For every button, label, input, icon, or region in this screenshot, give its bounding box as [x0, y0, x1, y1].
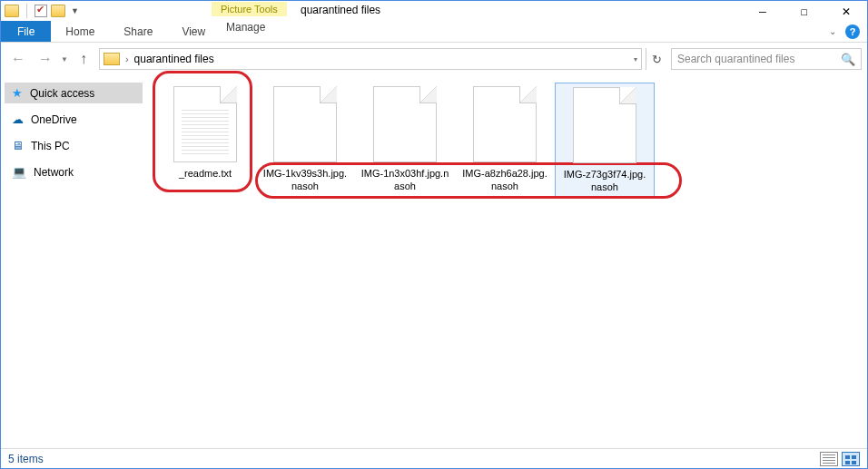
item-count: 5 items	[8, 453, 44, 465]
file-icon	[373, 86, 437, 162]
address-dropdown-icon[interactable]: ▾	[634, 55, 637, 64]
window-title: quarantined files	[301, 4, 380, 16]
file-item[interactable]: IMG-z73g3f74.jpg.nasoh	[555, 83, 655, 199]
sidebar-item-label: Network	[34, 166, 74, 179]
file-tab[interactable]: File	[1, 21, 51, 42]
large-icons-view-button[interactable]	[842, 452, 860, 466]
search-input[interactable]: Search quarantined files 🔍	[671, 48, 862, 70]
sidebar-item-label: Quick access	[30, 87, 94, 100]
context-tab-label: Picture Tools	[212, 2, 287, 16]
file-name: _readme.txt	[177, 168, 233, 181]
tab-home[interactable]: Home	[51, 21, 109, 42]
star-icon: ★	[12, 86, 23, 100]
sidebar-item-label: OneDrive	[31, 113, 77, 126]
ribbon: File Home Share View Manage ⌄ ?	[1, 21, 867, 43]
monitor-icon: 🖥	[12, 139, 24, 152]
help-icon[interactable]: ?	[845, 24, 860, 39]
tab-share[interactable]: Share	[109, 21, 167, 42]
refresh-button[interactable]: ↻	[646, 48, 667, 70]
details-view-button[interactable]	[820, 452, 838, 466]
file-item[interactable]: _readme.txt	[155, 83, 255, 184]
file-icon	[573, 87, 636, 163]
qat-properties-icon[interactable]	[35, 5, 47, 17]
qat-newfolder-icon[interactable]	[51, 5, 65, 17]
file-icon	[473, 86, 537, 162]
minimize-button[interactable]: —	[742, 1, 784, 21]
up-button[interactable]: ↑	[72, 47, 95, 71]
address-folder-icon	[104, 53, 120, 65]
app-icon[interactable]	[5, 5, 19, 17]
address-bar[interactable]: › quarantined files ▾	[99, 48, 642, 70]
qat-dropdown-icon[interactable]: ▼	[71, 6, 79, 15]
search-placeholder: Search quarantined files	[677, 53, 794, 65]
breadcrumb-segment[interactable]: quarantined files	[134, 53, 214, 65]
status-bar: 5 items	[1, 448, 867, 468]
maximize-button[interactable]: ☐	[784, 1, 825, 21]
network-icon: 💻	[12, 165, 26, 179]
text-file-icon	[173, 86, 237, 162]
sidebar-item-label: This PC	[31, 140, 70, 152]
file-name: IMG-a8zh6a28.jpg.nasoh	[459, 168, 551, 193]
breadcrumb-separator-icon[interactable]: ›	[125, 54, 129, 64]
file-name: IMG-1kv39s3h.jpg.nasoh	[259, 168, 351, 193]
sidebar-item-onedrive[interactable]: ☁ OneDrive	[5, 109, 143, 130]
file-name: IMG-z73g3f74.jpg.nasoh	[559, 169, 650, 194]
file-item[interactable]: IMG-1n3x03hf.jpg.nasoh	[355, 83, 455, 197]
body: ★ Quick access ☁ OneDrive 🖥 This PC 💻 Ne…	[1, 75, 867, 448]
quick-access-toolbar: ▼	[1, 4, 79, 18]
file-icon	[273, 86, 337, 162]
file-name: IMG-1n3x03hf.jpg.nasoh	[359, 168, 451, 193]
tab-manage[interactable]: Manage	[212, 21, 280, 34]
close-button[interactable]: ✕	[825, 1, 867, 21]
file-pane[interactable]: _readme.txt IMG-1kv39s3h.jpg.nasoh IMG-1…	[146, 75, 867, 448]
forward-button[interactable]: →	[34, 47, 57, 71]
file-item[interactable]: IMG-a8zh6a28.jpg.nasoh	[455, 83, 555, 197]
cloud-icon: ☁	[12, 112, 24, 126]
sidebar: ★ Quick access ☁ OneDrive 🖥 This PC 💻 Ne…	[1, 75, 146, 448]
title-bar: ▼ Picture Tools quarantined files — ☐ ✕	[1, 1, 867, 21]
sidebar-item-this-pc[interactable]: 🖥 This PC	[5, 135, 143, 156]
back-button[interactable]: ←	[6, 47, 30, 71]
nav-bar: ← → ▼ ↑ › quarantined files ▾ ↻ Search q…	[1, 43, 867, 75]
history-dropdown-icon[interactable]: ▼	[61, 55, 68, 64]
search-icon: 🔍	[841, 53, 855, 66]
sidebar-item-network[interactable]: 💻 Network	[5, 161, 143, 182]
ribbon-collapse-icon[interactable]: ⌄	[829, 26, 836, 36]
file-item[interactable]: IMG-1kv39s3h.jpg.nasoh	[255, 83, 355, 197]
sidebar-item-quick-access[interactable]: ★ Quick access	[5, 83, 143, 103]
